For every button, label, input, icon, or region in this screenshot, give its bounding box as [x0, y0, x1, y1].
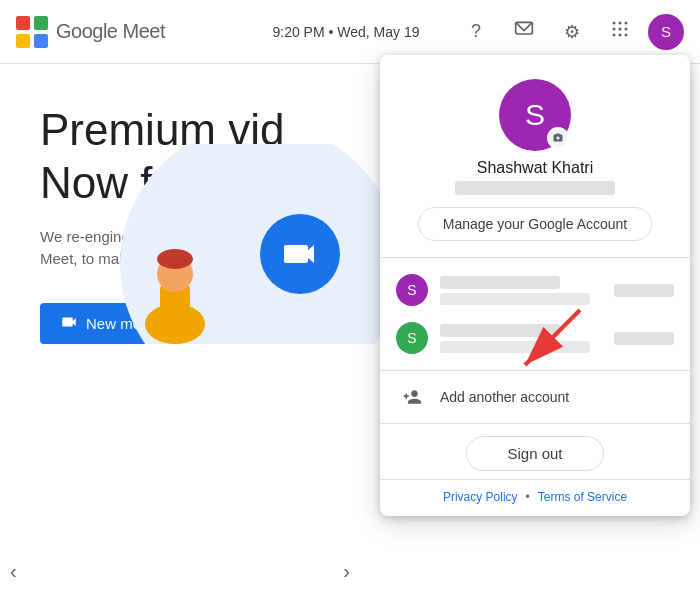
sign-out-label: Sign out: [507, 445, 562, 462]
add-account-label: Add another account: [440, 389, 569, 405]
profile-avatar-letter: S: [525, 98, 545, 132]
account-email-blurred-1: [440, 293, 590, 305]
svg-point-10: [625, 28, 628, 31]
feedback-button[interactable]: [504, 12, 544, 52]
account-status-blurred-2: [614, 332, 674, 345]
account-item-2[interactable]: S: [380, 314, 690, 362]
account-avatar-1: S: [396, 274, 428, 306]
carousel-next-button[interactable]: ›: [343, 560, 350, 583]
account-item-1[interactable]: S: [380, 266, 690, 314]
svg-point-11: [613, 34, 616, 37]
accounts-list: S S: [380, 258, 690, 371]
svg-point-13: [625, 34, 628, 37]
chevron-left-icon: ‹: [10, 560, 17, 582]
account-dropdown: S Shashwat Khatri Manage your Google Acc…: [380, 55, 690, 516]
svg-rect-0: [16, 16, 30, 30]
settings-button[interactable]: ⚙: [552, 12, 592, 52]
svg-point-17: [157, 249, 193, 269]
terms-of-service-link[interactable]: Terms of Service: [538, 490, 627, 504]
svg-point-6: [619, 22, 622, 25]
help-icon: ?: [471, 21, 481, 42]
svg-point-7: [625, 22, 628, 25]
apps-button[interactable]: [600, 12, 640, 52]
carousel-prev-button[interactable]: ‹: [10, 560, 17, 583]
privacy-policy-link[interactable]: Privacy Policy: [443, 490, 518, 504]
apps-grid-icon: [611, 20, 629, 43]
chevron-right-icon: ›: [343, 560, 350, 582]
svg-point-12: [619, 34, 622, 37]
google-meet-icon-large: [260, 214, 340, 294]
add-person-icon: [396, 381, 428, 413]
signout-section: Sign out: [380, 424, 690, 480]
account-status-blurred-1: [614, 284, 674, 297]
svg-rect-3: [34, 34, 48, 48]
gear-icon: ⚙: [564, 21, 580, 43]
svg-point-5: [613, 22, 616, 25]
help-button[interactable]: ?: [456, 12, 496, 52]
svg-point-9: [619, 28, 622, 31]
account-name-blurred-2: [440, 324, 560, 337]
header-icons: ? ⚙ S: [456, 12, 684, 52]
account-info-2: [440, 324, 602, 353]
header-datetime: 9:20 PM • Wed, May 19: [236, 24, 456, 40]
svg-rect-1: [34, 16, 48, 30]
camera-badge[interactable]: [547, 127, 569, 149]
svg-rect-2: [16, 34, 30, 48]
profile-section: S Shashwat Khatri Manage your Google Acc…: [380, 55, 690, 258]
profile-email-blurred: [455, 181, 615, 195]
footer-links: Privacy Policy • Terms of Service: [380, 480, 690, 508]
account-email-blurred-2: [440, 341, 590, 353]
svg-point-8: [613, 28, 616, 31]
datetime-text: 9:20 PM • Wed, May 19: [272, 24, 419, 40]
add-account-item[interactable]: Add another account: [380, 371, 690, 424]
footer-separator: •: [526, 490, 530, 504]
sign-out-button[interactable]: Sign out: [466, 436, 603, 471]
manage-account-label: Manage your Google Account: [443, 216, 627, 232]
app-name-label: Google Meet: [56, 20, 165, 43]
manage-account-button[interactable]: Manage your Google Account: [418, 207, 652, 241]
illustration-figure: [130, 214, 220, 344]
feedback-icon: [514, 19, 534, 44]
account-info-1: [440, 276, 602, 305]
account-avatar-2: S: [396, 322, 428, 354]
google-meet-logo-icon: [16, 16, 48, 48]
profile-name: Shashwat Khatri: [477, 159, 594, 177]
account-name-blurred-1: [440, 276, 560, 289]
profile-avatar-container: S: [499, 79, 571, 151]
user-avatar-button[interactable]: S: [648, 14, 684, 50]
logo-area: Google Meet: [16, 16, 236, 48]
